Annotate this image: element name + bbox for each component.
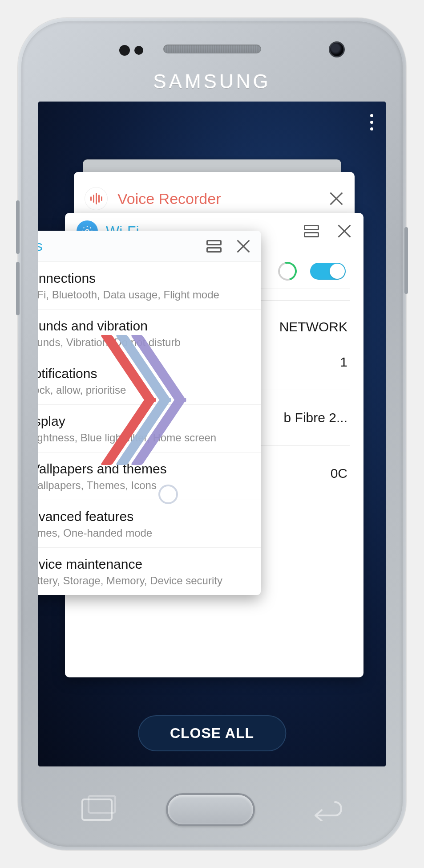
- item-subtitle: i-Fi, Bluetooth, Data usage, Flight mode: [38, 289, 254, 301]
- close-icon[interactable]: [236, 239, 251, 254]
- recents-hardware-button[interactable]: [81, 799, 113, 821]
- settings-item-sounds[interactable]: ounds and vibration ounds, Vibration, Do…: [38, 310, 261, 357]
- item-title: dvanced features: [38, 509, 254, 524]
- close-icon[interactable]: [329, 191, 344, 206]
- loading-spinner-icon: [275, 258, 300, 284]
- item-subtitle: ounds, Vibration, Do not disturb: [38, 336, 254, 349]
- proximity-sensors: [119, 46, 143, 56]
- item-subtitle: Vallpapers, Themes, Icons: [38, 479, 254, 492]
- voice-recorder-title: Voice Recorder: [117, 190, 221, 208]
- settings-title-fragment: gs: [38, 238, 43, 254]
- item-subtitle: attery, Storage, Memory, Device security: [38, 575, 254, 587]
- item-title: onnections: [38, 271, 254, 286]
- settings-list[interactable]: onnections i-Fi, Bluetooth, Data usage, …: [38, 262, 261, 595]
- overflow-menu-icon[interactable]: [370, 114, 373, 130]
- hardware-buttons: [81, 793, 343, 826]
- settings-item-advanced[interactable]: dvanced features ames, One-handed mode: [38, 500, 261, 548]
- screen[interactable]: Voice Recorder Wi-Fi: [38, 102, 386, 766]
- home-hardware-button[interactable]: [166, 793, 255, 826]
- settings-item-display[interactable]: isplay rightness, Blue light filter, Hom…: [38, 405, 261, 452]
- wifi-toggle[interactable]: [310, 263, 346, 280]
- settings-item-notifications[interactable]: lotifications lock, allow, prioritise: [38, 357, 261, 405]
- item-subtitle: lock, allow, prioritise: [38, 384, 254, 396]
- recents-card-settings[interactable]: gs onnections i-Fi, Bluetooth, Data usag…: [38, 231, 261, 595]
- settings-card-header: gs: [38, 231, 261, 262]
- item-subtitle: rightness, Blue light filter, Home scree…: [38, 432, 254, 444]
- volume-down-button[interactable]: [16, 262, 20, 315]
- brand-logo: SAMSUNG: [153, 70, 271, 93]
- earpiece-speaker: [163, 45, 261, 53]
- phone-frame: SAMSUNG Voice Recorder Wi-Fi: [18, 18, 406, 850]
- item-title: Vallpapers and themes: [38, 461, 254, 477]
- settings-item-maintenance[interactable]: evice maintenance attery, Storage, Memor…: [38, 548, 261, 595]
- split-view-icon[interactable]: [206, 240, 222, 253]
- item-title: isplay: [38, 414, 254, 429]
- item-title: lotifications: [38, 366, 254, 381]
- front-camera: [329, 41, 345, 57]
- settings-item-connections[interactable]: onnections i-Fi, Bluetooth, Data usage, …: [38, 262, 261, 310]
- power-button[interactable]: [404, 227, 408, 294]
- close-all-button[interactable]: CLOSE ALL: [138, 715, 286, 751]
- settings-item-wallpapers[interactable]: Vallpapers and themes Vallpapers, Themes…: [38, 452, 261, 500]
- phone-bezel: SAMSUNG Voice Recorder Wi-Fi: [21, 21, 403, 847]
- item-title: evice maintenance: [38, 557, 254, 572]
- item-title: ounds and vibration: [38, 318, 254, 334]
- item-subtitle: ames, One-handed mode: [38, 527, 254, 539]
- back-hardware-button[interactable]: [308, 797, 343, 823]
- voice-recorder-icon: [85, 187, 108, 210]
- split-view-icon[interactable]: [304, 225, 319, 237]
- touch-indicator: [158, 485, 178, 504]
- close-icon[interactable]: [337, 224, 352, 239]
- volume-up-button[interactable]: [16, 200, 20, 254]
